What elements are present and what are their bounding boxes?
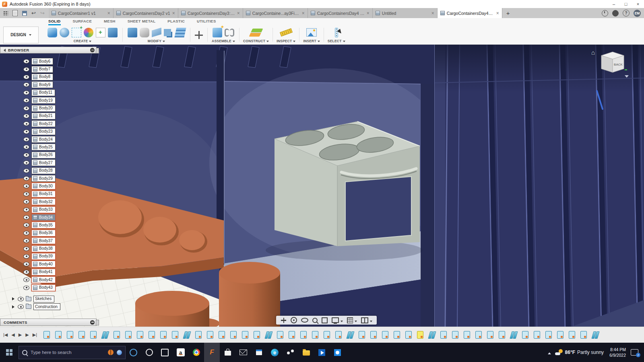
timeline-feature-icon[interactable] [219,331,225,339]
edge-app-button[interactable]: e [267,343,283,362]
document-tab[interactable]: CargoContainersDay4 v1*× [308,8,373,18]
move-copy-icon[interactable] [195,31,203,39]
timeline-feature-icon[interactable] [370,331,377,339]
weather-widget[interactable]: 86°F Partly sunny [555,349,604,356]
fusion-360-app-button[interactable]: F [204,343,220,362]
taskbar-clock[interactable]: 8:44 PM 6/9/2022 [609,347,626,358]
visibility-eye-icon[interactable] [23,208,29,212]
press-pull-icon[interactable] [128,28,137,37]
tab-close-icon[interactable]: × [496,10,499,16]
select-menu-button[interactable]: SELECT [328,39,345,43]
viewports-icon[interactable] [361,317,368,323]
display-settings-icon[interactable] [332,317,339,323]
tab-close-icon[interactable]: × [302,10,305,16]
visibility-eye-icon[interactable] [23,184,29,188]
movies-app-button[interactable] [314,343,330,362]
visibility-eye-icon[interactable] [23,121,29,126]
timeline-feature-icon[interactable] [592,331,599,339]
timeline-feature-icon[interactable] [289,331,295,339]
fillet-icon[interactable] [140,28,149,37]
browser-folder-row[interactable]: Construction [0,303,101,311]
visibility-eye-icon[interactable] [23,239,29,243]
browser-body-row[interactable]: Body36 [0,229,101,237]
modify-menu-button[interactable]: MODIFY [148,39,165,43]
orbit-icon[interactable] [291,317,297,323]
file-explorer-app-button[interactable] [298,343,314,362]
timeline-feature-icon[interactable] [417,331,423,339]
visibility-eye-icon[interactable] [23,254,29,259]
people-app-button[interactable] [283,343,298,362]
expand-arrow-icon[interactable] [12,297,16,300]
document-tab[interactable]: Untitled× [373,8,438,18]
taskbar-search[interactable]: Type here to search [19,346,126,359]
visibility-eye-icon[interactable] [23,160,29,165]
browser-body-row[interactable]: Body34 [0,214,101,221]
insert-menu-button[interactable]: INSERT [303,39,320,43]
timeline-feature-icon[interactable] [545,331,552,339]
timeline-feature-icon[interactable] [394,331,400,339]
select-cursor-icon[interactable] [336,29,337,36]
circle-app-app-button[interactable] [141,343,157,362]
primitive-box-icon[interactable] [47,28,57,37]
timeline-feature-icon[interactable] [382,331,388,339]
store-app-button[interactable] [220,343,235,362]
browser-body-row[interactable]: Body41 [0,268,101,276]
timeline-feature-icon[interactable] [475,331,482,339]
container-right-wall[interactable] [435,44,644,327]
ribbon-tab-mesh[interactable]: MESH [104,19,116,25]
create-menu-button[interactable]: CREATE [74,39,92,43]
browser-body-row[interactable]: Body6 [0,58,101,65]
visibility-eye-icon[interactable] [23,262,29,266]
browser-body-row[interactable]: Body37 [0,237,101,245]
timeline-play-button[interactable]: ▶ [19,332,22,337]
calendar-app-button[interactable] [251,343,267,362]
browser-body-row[interactable]: Body23 [0,128,101,136]
browser-body-row[interactable]: Body33 [0,206,101,213]
visibility-eye-icon[interactable] [23,153,29,157]
browser-header[interactable]: BROWSER [0,47,97,53]
visibility-eye-icon[interactable] [23,192,29,196]
timeline-feature-icon[interactable] [405,331,412,339]
construct-menu-button[interactable]: CONSTRUCT [243,39,269,43]
timeline-feature-icon[interactable] [207,331,213,339]
ribbon-tab-plastic[interactable]: PLASTIC [167,19,185,25]
timeline-feature-icon[interactable] [324,331,330,339]
timeline-feature-icon[interactable] [230,331,237,339]
construction-plane-icon[interactable] [249,29,263,37]
save-icon[interactable] [22,11,27,16]
visibility-eye-icon[interactable] [23,200,29,204]
timeline-step-forward-button[interactable]: ▶ [25,332,29,337]
timeline-feature-icon[interactable] [522,331,528,339]
browser-body-row[interactable]: Body38 [0,245,101,252]
visibility-eye-icon[interactable] [23,106,29,111]
browser-body-row[interactable]: Body24 [0,136,101,143]
visibility-eye-icon[interactable] [23,114,29,118]
box-icon[interactable] [108,28,118,37]
timeline-feature-icon[interactable] [67,331,73,339]
document-tab[interactable]: CargoContainer1 v1× [49,8,114,18]
browser-body-row[interactable]: Body39 [0,253,101,260]
inspect-menu-button[interactable]: INSPECT [277,39,295,43]
grid-snaps-icon[interactable] [347,317,353,323]
viewcube-cube[interactable]: BACK [597,49,628,75]
pan-icon[interactable] [281,317,287,323]
tab-close-icon[interactable]: × [367,10,369,16]
visibility-eye-icon[interactable] [23,278,29,282]
viewcube-face-label[interactable]: BACK [614,63,623,66]
timeline-feature-icon[interactable] [195,331,202,339]
timeline-feature-icon[interactable] [43,331,50,339]
joint-icon[interactable] [225,29,234,37]
new-sketch-icon[interactable] [96,28,105,37]
timeline-feature-icon[interactable] [510,331,517,339]
panel-resize-handle[interactable] [96,48,99,53]
fit-view-icon[interactable] [322,317,328,323]
tray-expand-icon[interactable] [548,351,551,354]
browser-body-row[interactable]: Body35 [0,221,101,229]
browser-body-row[interactable]: Body21 [0,112,101,120]
timeline-feature-icon[interactable] [300,331,307,339]
panel-collapse-icon[interactable] [2,49,6,52]
timeline-go-to-end-button[interactable]: ▶| [33,332,37,337]
timeline-feature-icon[interactable] [359,331,365,339]
timeline-feature-icon[interactable] [184,331,190,339]
visibility-eye-icon[interactable] [23,82,29,87]
